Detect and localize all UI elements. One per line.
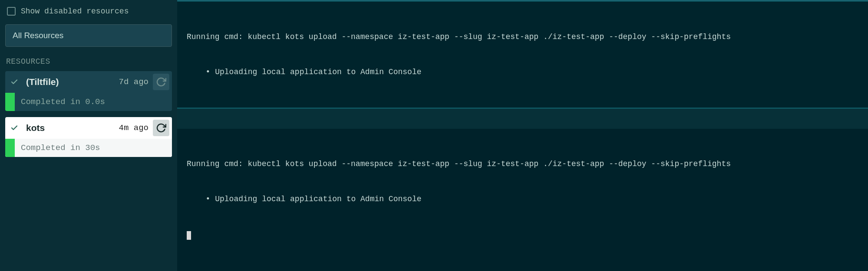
resource-time: 4m ago <box>119 123 151 133</box>
resource-name: (Tiltfile) <box>23 77 117 87</box>
resource-card-tiltfile[interactable]: (Tiltfile) 7d ago Completed in 0.0s <box>5 71 172 111</box>
log-block-previous: Running cmd: kubectl kots upload --names… <box>177 0 868 109</box>
refresh-button[interactable] <box>153 74 169 90</box>
all-resources-label: All Resources <box>13 31 63 40</box>
resource-status-row: Completed in 0.0s <box>5 93 172 111</box>
show-disabled-row[interactable]: Show disabled resources <box>5 4 172 24</box>
show-disabled-checkbox[interactable] <box>7 7 16 16</box>
log-block-current: Running cmd: kubectl kots upload --names… <box>177 129 868 271</box>
resource-card-kots[interactable]: kots 4m ago Completed in 30s <box>5 117 172 157</box>
show-disabled-label: Show disabled resources <box>21 7 129 16</box>
log-line: Running cmd: kubectl kots upload --names… <box>187 158 858 170</box>
all-resources-button[interactable]: All Resources <box>5 24 172 47</box>
log-line: • Uploading local application to Admin C… <box>187 193 858 205</box>
resources-section-header: RESOURCES <box>5 55 172 71</box>
resource-status-row: Completed in 30s <box>5 139 172 157</box>
resource-time: 7d ago <box>119 77 151 87</box>
status-indicator <box>5 93 15 111</box>
status-indicator <box>5 139 15 157</box>
sidebar: Show disabled resources All Resources RE… <box>0 0 177 271</box>
log-separator <box>177 109 868 129</box>
log-line: Running cmd: kubectl kots upload --names… <box>187 31 858 43</box>
checkmark-icon <box>7 74 22 90</box>
checkmark-icon <box>7 120 22 136</box>
log-panel: Running cmd: kubectl kots upload --names… <box>177 0 868 271</box>
refresh-button[interactable] <box>153 120 169 136</box>
resource-head: (Tiltfile) 7d ago <box>5 71 172 93</box>
resource-head: kots 4m ago <box>5 117 172 139</box>
resource-name: kots <box>23 123 117 133</box>
status-text: Completed in 30s <box>15 139 172 157</box>
status-text: Completed in 0.0s <box>15 93 172 111</box>
terminal-cursor <box>187 231 191 240</box>
log-line: • Uploading local application to Admin C… <box>187 66 858 78</box>
